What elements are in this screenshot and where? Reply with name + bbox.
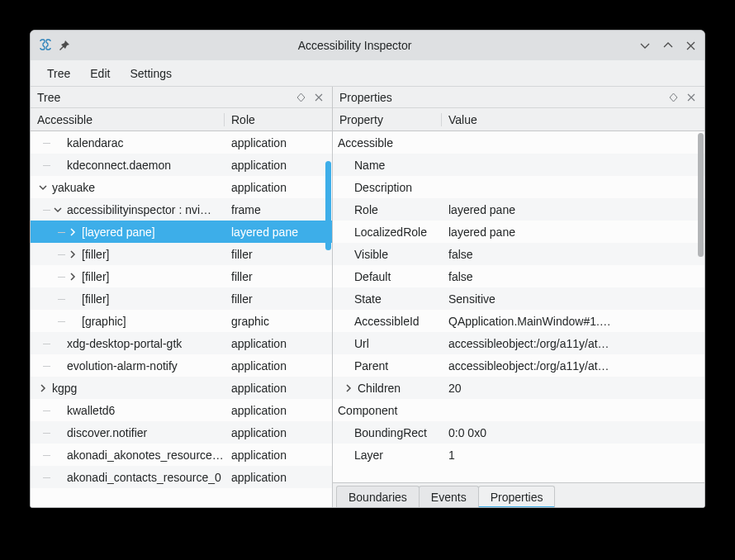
tab-events[interactable]: Events — [419, 486, 479, 507]
tree-row[interactable]: evolution-alarm-notifyapplication — [31, 354, 332, 377]
close-pane-icon[interactable] — [685, 91, 698, 104]
properties-pane-header[interactable]: Properties — [333, 87, 704, 108]
properties-column-headers[interactable]: Property Value — [333, 108, 704, 131]
properties-pane: Properties Property Value AccessibleName… — [333, 87, 704, 507]
tree-item-role: graphic — [225, 315, 332, 328]
tree-item-role: application — [225, 159, 332, 172]
titlebar[interactable]: Accessibility Inspector — [31, 31, 704, 60]
property-name: Name — [353, 159, 385, 172]
tree-item-role: application — [225, 382, 332, 395]
minimize-button[interactable] — [639, 40, 651, 51]
tree-row[interactable]: akonadi_contacts_resource_0application — [31, 466, 332, 488]
tree-item-label: [filler] — [80, 248, 109, 261]
window-title: Accessibility Inspector — [70, 39, 639, 52]
property-row[interactable]: BoundingRect0:0 0x0 — [333, 421, 704, 444]
float-icon[interactable] — [666, 91, 680, 104]
float-icon[interactable] — [294, 91, 307, 104]
tree-item-label: kwalletd6 — [65, 404, 115, 417]
tree-item-role: application — [225, 337, 332, 350]
tree-item-label: discover.notifier — [65, 426, 147, 439]
maximize-button[interactable] — [662, 40, 674, 51]
property-value: layered pane — [442, 203, 704, 216]
tree-item-label: kgpg — [50, 382, 77, 395]
tree-pane-header[interactable]: Tree — [31, 87, 332, 108]
chevron-right-icon[interactable] — [65, 269, 80, 284]
tab-boundaries[interactable]: Boundaries — [336, 486, 420, 507]
tree-row[interactable]: [filler]filler — [31, 243, 332, 265]
property-row[interactable]: Defaultfalse — [333, 265, 704, 287]
tree-row[interactable]: discover.notifierapplication — [31, 421, 332, 444]
tree-item-role: application — [225, 448, 332, 462]
col-property[interactable]: Property — [333, 113, 442, 126]
chevron-right-icon[interactable] — [341, 381, 356, 396]
tree-row[interactable]: xdg-desktop-portal-gtkapplication — [31, 332, 332, 354]
tree-row[interactable]: yakuakeapplication — [31, 176, 332, 198]
tree-item-label: kalendarac — [65, 136, 124, 149]
app-window: Accessibility Inspector Tree Edit Settin… — [30, 30, 705, 508]
chevron-right-icon[interactable] — [36, 381, 50, 396]
property-value: QApplication.MainWindow#1.… — [442, 315, 704, 328]
tree-row[interactable]: kwalletd6application — [31, 399, 332, 421]
property-value: false — [442, 248, 704, 261]
chevron-down-icon[interactable] — [36, 180, 50, 195]
tree-pane: Tree Accessible Role kalendaracapplicati… — [31, 87, 333, 507]
tree-row[interactable]: [filler]filler — [31, 287, 332, 310]
tree-row[interactable]: kgpgapplication — [31, 377, 332, 399]
tree-row[interactable]: akonadi_akonotes_resource_0application — [31, 444, 332, 466]
tree-item-label: akonadi_akonotes_resource_0 — [65, 448, 225, 462]
tree-item-role: application — [225, 471, 332, 484]
property-row[interactable]: Children20 — [333, 377, 704, 399]
tree-row[interactable]: [graphic]graphic — [31, 310, 332, 332]
tree-item-role: application — [225, 136, 332, 149]
tree-scrollbar[interactable] — [324, 131, 332, 507]
chevron-down-icon[interactable] — [50, 202, 65, 217]
properties-scrollbar[interactable] — [696, 131, 704, 482]
properties-body[interactable]: AccessibleNameDescriptionRolelayered pan… — [333, 131, 704, 482]
menu-tree[interactable]: Tree — [39, 64, 78, 83]
property-row[interactable]: LocalizedRolelayered pane — [333, 221, 704, 243]
col-role[interactable]: Role — [225, 113, 332, 126]
properties-pane-title: Properties — [339, 91, 392, 104]
tree-item-role: filler — [225, 248, 332, 261]
tab-properties[interactable]: Properties — [478, 486, 556, 507]
tree-item-role: filler — [225, 270, 332, 283]
tree-row[interactable]: [layered pane]layered pane — [31, 221, 332, 243]
close-pane-icon[interactable] — [312, 91, 325, 104]
tree-row[interactable]: accessibilityinspector : nvi…frame — [31, 198, 332, 221]
pin-icon[interactable] — [59, 40, 70, 51]
chevron-right-icon[interactable] — [65, 225, 80, 240]
property-row[interactable]: Visiblefalse — [333, 243, 704, 265]
tree-item-role: application — [225, 359, 332, 373]
close-button[interactable] — [685, 40, 696, 51]
property-name: Parent — [353, 359, 388, 373]
property-row[interactable]: StateSensitive — [333, 287, 704, 310]
property-value: false — [442, 270, 704, 283]
property-row[interactable]: Description — [333, 176, 704, 198]
tree-item-role: application — [225, 426, 332, 439]
menu-edit[interactable]: Edit — [82, 64, 118, 83]
property-row[interactable]: Layer1 — [333, 444, 704, 466]
tree-column-headers[interactable]: Accessible Role — [31, 108, 332, 131]
property-row[interactable]: AccessibleIdQApplication.MainWindow#1.… — [333, 310, 704, 332]
property-group[interactable]: Accessible — [333, 131, 704, 154]
tree-row[interactable]: [filler]filler — [31, 265, 332, 287]
tree-item-role: filler — [225, 292, 332, 306]
app-icon — [39, 39, 52, 52]
property-row[interactable]: Urlaccessibleobject:/org/a11y/at… — [333, 332, 704, 354]
property-value: 20 — [442, 382, 704, 395]
tree-item-label: accessibilityinspector : nvi… — [65, 203, 211, 216]
menu-settings[interactable]: Settings — [121, 64, 180, 83]
tree-body[interactable]: kalendaracapplicationkdeconnect.daemonap… — [31, 131, 332, 507]
property-row[interactable]: Rolelayered pane — [333, 198, 704, 221]
col-value[interactable]: Value — [442, 113, 704, 126]
property-row[interactable]: Parentaccessibleobject:/org/a11y/at… — [333, 354, 704, 377]
property-name: Url — [353, 337, 369, 350]
property-group[interactable]: Component — [333, 399, 704, 421]
menubar: Tree Edit Settings — [31, 60, 704, 87]
property-value: layered pane — [442, 225, 704, 239]
tree-row[interactable]: kalendaracapplication — [31, 131, 332, 154]
col-accessible[interactable]: Accessible — [31, 113, 225, 126]
chevron-right-icon[interactable] — [65, 247, 80, 262]
tree-row[interactable]: kdeconnect.daemonapplication — [31, 154, 332, 176]
property-row[interactable]: Name — [333, 154, 704, 176]
